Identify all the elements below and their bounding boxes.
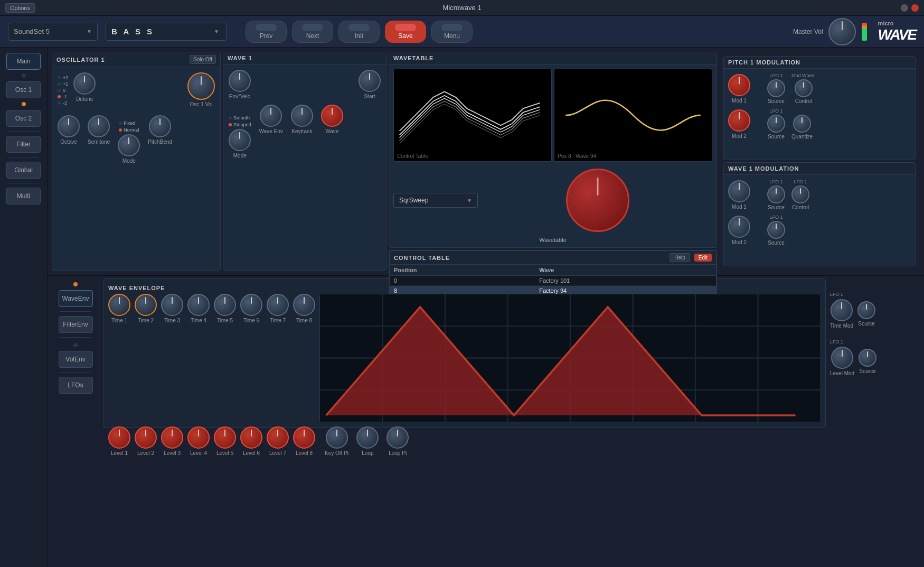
level1-knob[interactable] [108, 426, 130, 449]
wave-knob[interactable] [321, 105, 343, 127]
time-mod-section: LFO 1 Time Mod Source [830, 292, 920, 329]
wave-env-main: WAVE ENVELOPE Time 1 Time 2 [103, 278, 826, 428]
menu-button[interactable]: Menu [431, 21, 473, 43]
level3-knob[interactable] [161, 426, 183, 449]
pitch-mod-row2: Mod 2 LFO 1 Source Quantize [728, 108, 911, 140]
sidebar-item-osc2[interactable]: Osc 2 [6, 110, 41, 127]
sidebar-item-lfos[interactable]: LFOs [59, 377, 93, 394]
osc1-vol-label: Osc 1 Vol [190, 101, 213, 107]
preset-selector[interactable]: B A S S ▼ [106, 23, 227, 41]
time4-knob[interactable] [187, 294, 210, 316]
wave1-mod1-knob[interactable] [728, 180, 750, 202]
wave1-lfo1-group: LFO 1 Source [767, 179, 785, 210]
time6-knob[interactable] [240, 294, 262, 316]
master-vol-knob[interactable] [828, 18, 856, 45]
waveenv-knob[interactable] [260, 105, 282, 127]
waveenv-label: Wave Env [259, 128, 283, 134]
level2-knob[interactable] [135, 426, 157, 449]
osc1-vol-group: Osc 1 Vol [187, 72, 215, 107]
level4-knob[interactable] [187, 426, 210, 449]
sidebar-item-multi[interactable]: Multi [6, 188, 41, 205]
sidebar-item-osc1[interactable]: Osc 1 [6, 81, 41, 98]
loop-pt-knob[interactable] [386, 426, 409, 449]
wavetable-display-right: Pos 8 · Wave 94 [554, 69, 712, 162]
sidebar-item-global[interactable]: Global [6, 162, 41, 179]
stepped-item: Stepped [229, 122, 251, 127]
level2-group: Level 2 [135, 426, 157, 456]
level6-knob[interactable] [240, 426, 262, 449]
level8-knob[interactable] [293, 426, 315, 449]
preset-chevron-icon: ▼ [214, 29, 221, 34]
help-button[interactable]: Help [670, 253, 690, 262]
oscillator1-panel: OSCILLATOR 1 Solo Off +2 +1 [52, 52, 221, 271]
level-mod-knob[interactable] [831, 347, 853, 369]
init-button[interactable]: Init [338, 21, 380, 43]
osc1-vol-knob[interactable] [187, 72, 215, 100]
next-button[interactable]: Next [292, 21, 333, 43]
sidebar-item-waveenv[interactable]: WaveEnv [59, 290, 93, 307]
wave1-mod-controls: Mod 1 LFO 1 Source LFO 1 Control [724, 175, 915, 250]
wave1-source2-knob[interactable] [767, 221, 785, 239]
time3-knob[interactable] [161, 294, 183, 316]
semitone-knob[interactable] [88, 115, 110, 137]
pitch-source2-knob[interactable] [767, 115, 785, 133]
close-button[interactable] [911, 4, 919, 12]
wavetable-select[interactable]: SqrSweep ▼ [393, 193, 478, 208]
octave-knob[interactable] [58, 115, 80, 137]
level-mod-source-knob[interactable] [859, 349, 876, 367]
wave1-mod2-knob[interactable] [728, 216, 750, 238]
pitch-source1-knob[interactable] [767, 79, 785, 97]
edit-button[interactable]: Edit [694, 254, 712, 262]
wave1-control1-knob[interactable] [791, 185, 809, 203]
pitch-quantize-knob[interactable] [793, 115, 811, 133]
table-row[interactable]: 0Factory 101 [390, 276, 716, 286]
control-table-label: Control Table [397, 153, 428, 159]
level1-group: Level 1 [108, 426, 130, 456]
prev-button[interactable]: Prev [246, 21, 287, 43]
sidebar-item-filter[interactable]: Filter [6, 136, 41, 153]
level5-knob[interactable] [214, 426, 236, 449]
level-mod-lfo-label: LFO 1 [830, 339, 843, 345]
detune-knob[interactable] [73, 72, 96, 95]
time-mod-label: Time Mod [830, 323, 853, 329]
w1-mode-knob[interactable] [229, 129, 251, 151]
sidebar-item-volenv[interactable]: VolEnv [59, 351, 93, 368]
envvelo-knob[interactable] [229, 70, 251, 92]
wavetable-knob[interactable] [566, 169, 629, 232]
time-mod-group: Time Mod [830, 299, 853, 329]
minimize-button[interactable] [901, 4, 908, 12]
time8-knob[interactable] [293, 294, 315, 316]
key-off-pt-knob[interactable] [326, 426, 348, 449]
wave1-lfo2-group: LFO 1 Source [767, 215, 785, 246]
level-mod-section: LFO 1 Level Mod Source [830, 339, 920, 376]
pitch-mod1-knob[interactable] [728, 74, 750, 96]
time1-knob[interactable] [108, 294, 130, 316]
solo-off-button[interactable]: Solo Off [190, 55, 216, 64]
keytrack-knob[interactable] [291, 105, 313, 127]
time5-knob[interactable] [214, 294, 236, 316]
mode-knob[interactable] [118, 134, 140, 156]
level7-knob[interactable] [267, 426, 289, 449]
wave1-source1-knob[interactable] [767, 185, 785, 203]
time7-knob[interactable] [267, 294, 289, 316]
sidebar-item-filterenv[interactable]: FilterEnv [59, 316, 93, 333]
start-knob[interactable] [359, 70, 381, 92]
time7-label: Time 7 [270, 318, 286, 323]
time2-knob[interactable] [135, 294, 157, 316]
loop-knob[interactable] [356, 426, 379, 449]
control-table-header: CONTROL TABLE Help Edit [389, 250, 716, 264]
save-button[interactable]: Save [385, 21, 426, 43]
soundset-selector[interactable]: SoundSet 5 ▼ [8, 23, 98, 41]
nav-buttons: Prev Next Init Save Menu [246, 21, 473, 43]
pitch-mod2-knob[interactable] [728, 109, 750, 132]
time4-group: Time 4 [187, 294, 210, 422]
time-mod-knob[interactable] [831, 299, 853, 321]
time-mod-source-knob[interactable] [857, 301, 875, 319]
pitchbend-knob[interactable] [149, 115, 171, 137]
separator [8, 131, 40, 132]
left-sidebar: Main Osc 1 Osc 2 Filter Global Multi [0, 48, 48, 567]
pitch-control1-knob[interactable] [795, 79, 813, 97]
options-button[interactable]: Options [5, 3, 35, 13]
sidebar-item-main[interactable]: Main [6, 53, 41, 70]
wavetable-display-left: Control Table [393, 69, 552, 162]
